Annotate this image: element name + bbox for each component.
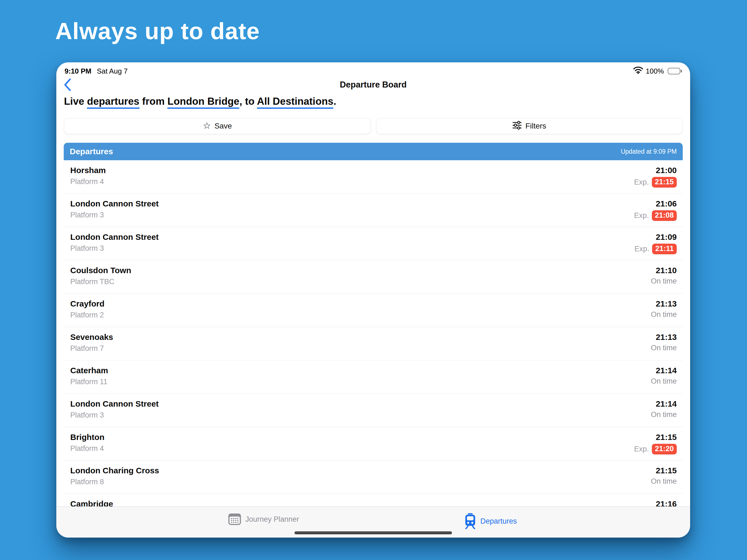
star-icon: ☆	[203, 121, 211, 130]
summary-text: .	[333, 96, 336, 107]
departure-row[interactable]: CaterhamPlatform 1121:14On time	[64, 360, 683, 394]
on-time-label: On time	[651, 277, 677, 285]
summary-link[interactable]: departures	[87, 96, 139, 109]
scheduled-time: 21:10	[656, 266, 677, 275]
departure-row[interactable]: CrayfordPlatform 221:13On time	[64, 294, 683, 327]
station-name: Horsham	[70, 166, 106, 175]
scheduled-time: 21:15	[656, 433, 677, 442]
status-date: Sat Aug 7	[97, 67, 128, 75]
scheduled-time: 21:13	[656, 299, 677, 308]
station-name: London Charing Cross	[70, 466, 159, 475]
train-icon	[464, 513, 476, 529]
summary-text: , to	[239, 96, 257, 107]
tab-label: Departures	[481, 517, 517, 526]
departure-board: Departures Updated at 9:09 PM HorshamPla…	[64, 143, 683, 527]
station-name: Caterham	[70, 366, 108, 375]
platform-label: Platform 8	[70, 478, 159, 486]
departure-rows: HorshamPlatform 421:00Exp.21:15London Ca…	[64, 160, 683, 527]
calendar-icon	[228, 513, 241, 525]
station-name: Coulsdon Town	[70, 266, 131, 275]
scheduled-time: 21:14	[656, 366, 677, 375]
platform-label: Platform 4	[70, 177, 106, 186]
battery-icon	[668, 68, 682, 74]
platform-label: Platform 11	[70, 378, 108, 386]
on-time-label: On time	[651, 477, 677, 486]
ipad-screen: 9:10 PM Sat Aug 7 100%	[56, 62, 690, 538]
platform-label: Platform 3	[70, 244, 159, 253]
departure-row[interactable]: SevenoaksPlatform 721:13On time	[64, 327, 683, 360]
platform-label: Platform 7	[70, 344, 113, 353]
tab-label: Journey Planner	[245, 515, 299, 524]
expected-time-badge: 21:11	[652, 244, 677, 254]
station-name: London Cannon Street	[70, 199, 159, 208]
platform-label: Platform TBC	[70, 278, 131, 286]
board-updated-label: Updated at 9:09 PM	[621, 148, 677, 155]
scheduled-time: 21:06	[656, 199, 677, 208]
scheduled-time: 21:15	[656, 466, 677, 475]
board-header: Departures Updated at 9:09 PM	[64, 143, 683, 160]
expected-label: Exp.	[634, 211, 649, 220]
departure-row[interactable]: London Cannon StreetPlatform 321:09Exp.2…	[64, 227, 683, 260]
page-background: Always up to date 9:10 PM Sat Aug 7 100%	[0, 0, 747, 560]
expected-time-badge: 21:08	[652, 210, 677, 221]
platform-label: Platform 4	[70, 444, 104, 453]
wifi-icon	[633, 67, 643, 76]
status-time: 9:10 PM	[65, 67, 91, 75]
departure-row[interactable]: London Charing CrossPlatform 821:15On ti…	[64, 460, 683, 494]
expected-label: Exp.	[634, 178, 649, 186]
save-button-label: Save	[214, 122, 232, 130]
station-name: Sevenoaks	[70, 332, 113, 342]
platform-label: Platform 3	[70, 211, 159, 219]
summary-link[interactable]: London Bridge	[168, 96, 239, 109]
battery-percent: 100%	[646, 67, 664, 75]
on-time-label: On time	[651, 310, 677, 319]
scheduled-time: 21:13	[656, 332, 677, 342]
status-bar: 9:10 PM Sat Aug 7 100%	[65, 66, 682, 76]
on-time-label: On time	[651, 377, 677, 385]
station-name: Crayford	[70, 299, 104, 308]
tab-departures[interactable]: Departures	[464, 513, 517, 529]
expected-label: Exp.	[634, 445, 649, 453]
departure-row[interactable]: London Cannon StreetPlatform 321:14On ti…	[64, 394, 683, 427]
tab-journey-planner[interactable]: Journey Planner	[228, 513, 299, 525]
scheduled-time: 21:09	[656, 232, 677, 242]
station-name: London Cannon Street	[70, 232, 159, 242]
home-indicator[interactable]	[294, 531, 452, 534]
scheduled-time: 21:00	[656, 166, 677, 175]
on-time-label: On time	[651, 344, 677, 352]
departure-row[interactable]: London Cannon StreetPlatform 321:06Exp.2…	[64, 194, 683, 227]
hero-title: Always up to date	[55, 18, 260, 45]
filters-button-label: Filters	[525, 122, 546, 130]
departure-row[interactable]: HorshamPlatform 421:00Exp.21:15	[64, 160, 683, 194]
departure-row[interactable]: BrightonPlatform 421:15Exp.21:20	[64, 427, 683, 460]
expected-label: Exp.	[634, 245, 649, 253]
sliders-icon	[512, 121, 522, 131]
page-title: Departure Board	[56, 80, 690, 90]
filters-button[interactable]: Filters	[376, 118, 682, 134]
on-time-label: On time	[651, 410, 677, 419]
summary-text: Live	[64, 96, 87, 107]
station-name: London Cannon Street	[70, 399, 159, 408]
expected-time-badge: 21:15	[652, 177, 677, 187]
platform-label: Platform 3	[70, 411, 159, 419]
board-title: Departures	[70, 147, 113, 156]
station-name: Brighton	[70, 433, 104, 442]
departure-row[interactable]: Coulsdon TownPlatform TBC21:10On time	[64, 260, 683, 294]
save-button[interactable]: ☆ Save	[64, 118, 371, 134]
scheduled-time: 21:14	[656, 399, 677, 408]
platform-label: Platform 2	[70, 311, 104, 320]
summary-text: from	[139, 96, 168, 107]
departure-summary: Live departures from London Bridge, to A…	[64, 96, 336, 107]
summary-link[interactable]: All Destinations	[257, 96, 334, 109]
expected-time-badge: 21:20	[652, 444, 677, 455]
